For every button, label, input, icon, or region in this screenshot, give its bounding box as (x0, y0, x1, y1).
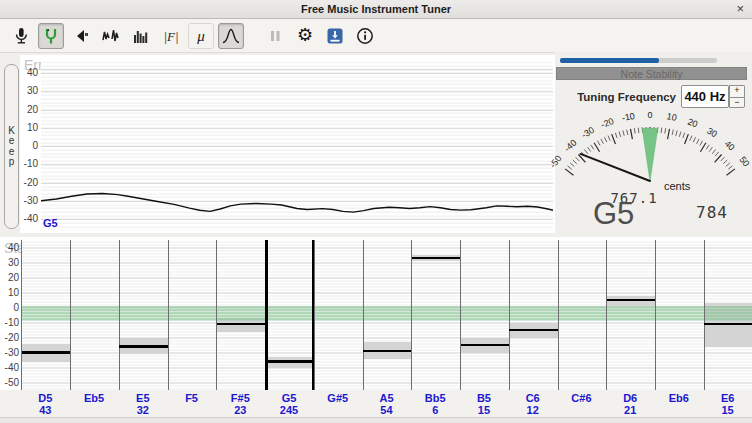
column-separator (216, 240, 217, 390)
save-button[interactable] (322, 23, 348, 49)
note-count: 54 (362, 404, 411, 416)
info-icon (355, 26, 375, 46)
svg-text:0: 0 (647, 110, 652, 120)
bottom-strip (0, 417, 752, 423)
column-separator (509, 240, 510, 390)
tuning-frequency-input[interactable]: 440 Hz (681, 85, 729, 108)
error-y-tick-label: 40 (21, 67, 38, 78)
waveform-icon (101, 26, 121, 46)
stats-mean-bar (461, 344, 510, 347)
stats-mean-bar (412, 257, 461, 260)
column-separator (411, 240, 412, 390)
error-line-svg (41, 62, 553, 230)
statistics-mu-icon: μ (197, 27, 205, 45)
column-separator (704, 240, 705, 390)
stats-y-tick-label: -30 (1, 347, 19, 358)
error-plot-area (41, 62, 553, 230)
note-stability-label: Note Stability (556, 67, 747, 80)
stats-y-tick-label: 0 (1, 302, 19, 313)
speaker-icon (71, 26, 91, 46)
in-tune-band (22, 306, 752, 321)
svg-text:-10: -10 (621, 111, 636, 123)
gaussian-curve-icon (221, 26, 241, 46)
stats-mean-bar (363, 350, 412, 353)
error-y-tick-label: -10 (21, 158, 38, 169)
target-frequency: 784 (686, 203, 738, 222)
error-y-tick-label: -40 (21, 213, 38, 224)
svg-text:30: 30 (705, 126, 719, 140)
progress-fill (560, 58, 659, 63)
fourier-transform-button[interactable]: |F| (158, 23, 184, 49)
error-y-tick-label: 10 (21, 122, 38, 133)
svg-text:10: 10 (666, 111, 678, 123)
column-separator (363, 240, 364, 390)
column-separator (70, 240, 71, 390)
frequency-decrement-button[interactable]: − (729, 97, 745, 109)
stats-y-tick-label: 10 (1, 287, 19, 298)
speaker-button[interactable] (68, 23, 94, 49)
note-count: 43 (21, 404, 70, 416)
in-tune-wedge (642, 128, 658, 181)
window-title: Free Music Instrument Tuner (0, 0, 752, 18)
column-separator (314, 240, 315, 390)
statistics-chart: Statistics 403020100-10-20-30-40-50D543E… (0, 237, 752, 417)
pause-button (262, 23, 288, 49)
stats-y-tick-label: -10 (1, 317, 19, 328)
stats-y-tick-label: 40 (1, 242, 19, 253)
error-y-tick-label: 30 (21, 85, 38, 96)
note-label: C#6 (557, 392, 606, 404)
pause-icon (265, 26, 285, 46)
stats-y-tick-label: -20 (1, 332, 19, 343)
stats-mean-bar (22, 351, 71, 354)
stats-mean-bar (266, 360, 315, 363)
svg-text:-20: -20 (599, 116, 615, 130)
note-count: 21 (606, 404, 655, 416)
stats-mean-bar (509, 329, 558, 332)
tuning-frequency-spinner: + − (729, 85, 745, 108)
tuning-fork-button[interactable] (38, 23, 64, 49)
titlebar[interactable]: Free Music Instrument Tuner × (0, 0, 752, 19)
note-count: 245 (265, 404, 314, 416)
svg-text:40: 40 (723, 139, 737, 153)
gaussian-curve-button[interactable] (218, 23, 244, 49)
svg-text:50: 50 (737, 155, 751, 169)
column-separator (558, 240, 559, 390)
close-button[interactable]: × (736, 0, 744, 17)
microphone-button[interactable] (8, 23, 34, 49)
note-count: 23 (216, 404, 265, 416)
note-label: Bb5 (411, 392, 460, 404)
error-chart: Error G5 403020100-10-20-30-40 (20, 55, 555, 233)
note-label: D5 (21, 392, 70, 404)
error-y-tick-label: -20 (21, 177, 38, 188)
spectrum-bars-icon (131, 26, 151, 46)
note-label: E6 (703, 392, 752, 404)
toolbar: |F|μ⚙ (0, 19, 752, 53)
meter-needle (581, 154, 650, 181)
note-label: E5 (118, 392, 167, 404)
keep-button[interactable]: Keep (4, 64, 19, 229)
column-separator (606, 240, 607, 390)
svg-text:-40: -40 (562, 138, 578, 154)
column-separator (655, 240, 656, 390)
fmit-window: Free Music Instrument Tuner × |F|μ⚙ Keep… (0, 0, 752, 423)
info-button[interactable] (352, 23, 378, 49)
statistics-mu-button[interactable]: μ (188, 23, 214, 49)
note-label: C6 (508, 392, 557, 404)
detected-note: G5 (593, 196, 634, 232)
waveform-button[interactable] (98, 23, 124, 49)
note-label: F5 (167, 392, 216, 404)
note-label: A5 (362, 392, 411, 404)
note-label: Eb5 (70, 392, 119, 404)
frequency-increment-button[interactable]: + (729, 85, 745, 97)
stats-y-tick-label: 20 (1, 272, 19, 283)
save-icon (325, 26, 345, 46)
tuning-fork-icon (41, 26, 61, 46)
statistics-plot-area (21, 240, 752, 390)
settings-gear-button[interactable]: ⚙ (292, 23, 318, 49)
tuner-panel: Note Stability Tuning Frequency 440 Hz +… (555, 52, 752, 237)
note-label: Eb6 (655, 392, 704, 404)
stats-mean-bar (704, 323, 752, 326)
spectrum-bars-button[interactable] (128, 23, 154, 49)
error-y-tick-label: -30 (21, 195, 38, 206)
error-y-tick-label: 0 (21, 140, 38, 151)
